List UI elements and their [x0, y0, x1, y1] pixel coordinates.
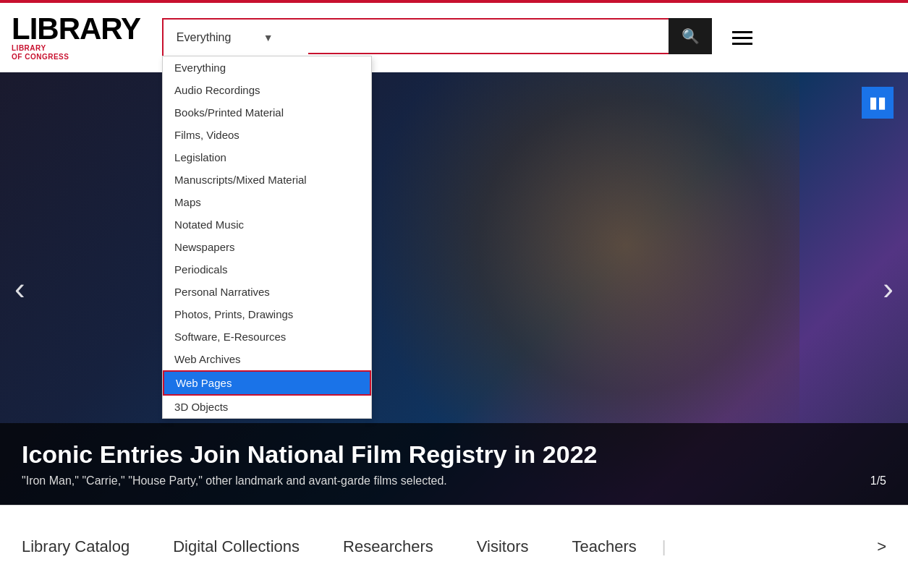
dropdown-item[interactable]: Photos, Prints, Drawings: [163, 303, 371, 325]
nav-item-digital-collections[interactable]: Digital Collections: [151, 537, 321, 556]
search-area: Everything ▼ EverythingAudio RecordingsB…: [162, 18, 712, 57]
bottom-nav: Library Catalog Digital Collections Rese…: [0, 505, 908, 588]
nav-item-visitors[interactable]: Visitors: [455, 537, 551, 556]
dropdown-item[interactable]: Software, E-Resources: [163, 325, 371, 348]
dropdown-item[interactable]: Legislation: [163, 146, 371, 169]
dropdown-item[interactable]: Web Pages: [163, 370, 371, 396]
search-icon: 🔍: [682, 27, 700, 45]
hero-section: ‹ › ▮▮ Iconic Entries Join National Film…: [0, 72, 908, 505]
logo: LIBRARY LIBRARYOF CONGRESS: [12, 14, 140, 61]
nav-item-researchers[interactable]: Researchers: [321, 537, 455, 556]
nav-item-teachers[interactable]: Teachers: [551, 537, 658, 556]
search-type-selected: Everything: [175, 31, 232, 44]
dropdown-item[interactable]: Web Archives: [163, 348, 371, 370]
hamburger-line-2: [732, 37, 752, 39]
dropdown-item[interactable]: Personal Narratives: [163, 281, 371, 303]
dropdown-item[interactable]: Notated Music: [163, 213, 371, 236]
dropdown-item[interactable]: Films, Videos: [163, 124, 371, 146]
hero-subtitle: "Iron Man," "Carrie," "House Party," oth…: [22, 474, 886, 487]
hero-counter: 1/5: [870, 474, 886, 487]
dropdown-menu: EverythingAudio RecordingsBooks/Printed …: [162, 56, 372, 419]
nav-more-button[interactable]: >: [877, 537, 886, 556]
search-type-button[interactable]: Everything ▼: [164, 20, 308, 56]
hamburger-line-1: [732, 31, 752, 33]
dropdown-item[interactable]: Maps: [163, 191, 371, 213]
hero-next-button[interactable]: ›: [875, 263, 901, 314]
chevron-down-icon: ▼: [239, 32, 297, 43]
hero-title: Iconic Entries Join National Film Regist…: [22, 440, 886, 469]
search-button[interactable]: 🔍: [669, 18, 712, 54]
nav-item-library-catalog[interactable]: Library Catalog: [22, 537, 151, 556]
nav-pipe-divider: |: [662, 537, 666, 556]
hero-prev-button[interactable]: ‹: [7, 263, 33, 314]
pause-icon: ▮▮: [869, 93, 886, 112]
search-input[interactable]: [308, 18, 669, 54]
hero-overlay: Iconic Entries Join National Film Regist…: [0, 423, 908, 505]
hero-pause-button[interactable]: ▮▮: [862, 87, 894, 119]
dropdown-item[interactable]: Audio Recordings: [163, 79, 371, 101]
hamburger-line-3: [732, 43, 752, 45]
dropdown-item[interactable]: Everything: [163, 56, 371, 79]
search-type-dropdown[interactable]: Everything ▼ EverythingAudio RecordingsB…: [162, 18, 308, 57]
dropdown-item[interactable]: Periodicals: [163, 258, 371, 281]
logo-sub-text: LIBRARYOF CONGRESS: [12, 44, 140, 61]
hamburger-button[interactable]: [726, 25, 758, 51]
dropdown-item[interactable]: 3D Objects: [163, 396, 371, 418]
dropdown-item[interactable]: Books/Printed Material: [163, 101, 371, 124]
logo-library-text: LIBRARY: [12, 14, 140, 44]
dropdown-item[interactable]: Manuscripts/Mixed Material: [163, 169, 371, 191]
header: LIBRARY LIBRARYOF CONGRESS Everything ▼ …: [0, 0, 908, 72]
dropdown-item[interactable]: Newspapers: [163, 236, 371, 258]
